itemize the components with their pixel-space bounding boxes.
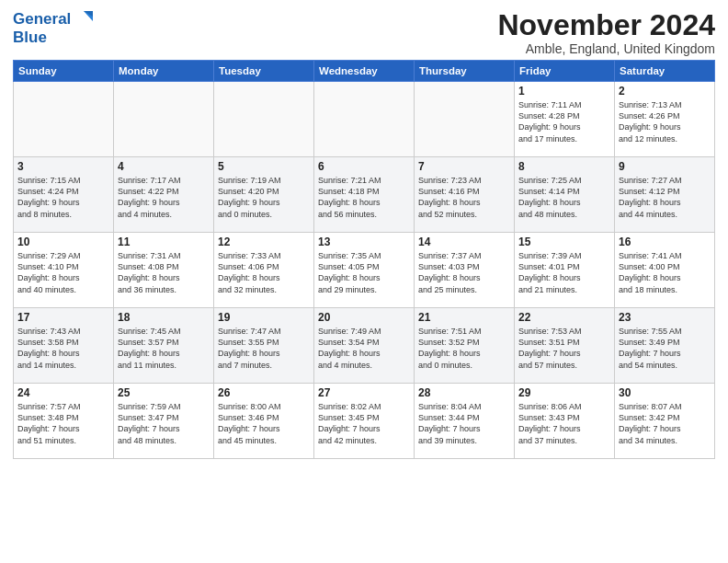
table-row: 10Sunrise: 7:29 AMSunset: 4:10 PMDayligh…	[14, 233, 114, 308]
table-row: 24Sunrise: 7:57 AMSunset: 3:48 PMDayligh…	[14, 384, 114, 459]
table-row: 7Sunrise: 7:23 AMSunset: 4:16 PMDaylight…	[415, 157, 515, 233]
day-number: 3	[17, 160, 109, 173]
day-number: 12	[218, 236, 310, 248]
table-row: 3Sunrise: 7:15 AMSunset: 4:24 PMDaylight…	[14, 157, 114, 233]
logo-icon	[73, 9, 93, 29]
table-row: 1Sunrise: 7:11 AMSunset: 4:28 PMDaylight…	[515, 82, 615, 157]
day-info: Sunrise: 8:06 AMSunset: 3:43 PMDaylight:…	[518, 401, 610, 446]
table-row: 14Sunrise: 7:37 AMSunset: 4:03 PMDayligh…	[415, 233, 515, 308]
table-row: 2Sunrise: 7:13 AMSunset: 4:26 PMDaylight…	[615, 82, 715, 157]
day-info: Sunrise: 7:25 AMSunset: 4:14 PMDaylight:…	[518, 175, 610, 220]
day-number: 4	[118, 160, 210, 173]
table-row: 17Sunrise: 7:43 AMSunset: 3:58 PMDayligh…	[14, 308, 114, 384]
day-number: 23	[619, 311, 711, 324]
logo-general: General	[13, 11, 71, 29]
day-info: Sunrise: 7:17 AMSunset: 4:22 PMDaylight:…	[118, 175, 210, 220]
table-row: 30Sunrise: 8:07 AMSunset: 3:42 PMDayligh…	[615, 384, 715, 459]
day-info: Sunrise: 7:31 AMSunset: 4:08 PMDaylight:…	[118, 250, 210, 295]
day-number: 15	[518, 236, 610, 248]
table-row: 23Sunrise: 7:55 AMSunset: 3:49 PMDayligh…	[615, 308, 715, 384]
table-row: 25Sunrise: 7:59 AMSunset: 3:47 PMDayligh…	[114, 384, 214, 459]
logo: General Blue	[13, 9, 93, 47]
day-number: 13	[318, 236, 410, 248]
day-number: 24	[17, 386, 109, 399]
day-number: 2	[619, 85, 711, 98]
table-row: 5Sunrise: 7:19 AMSunset: 4:20 PMDaylight…	[214, 157, 314, 233]
day-info: Sunrise: 7:57 AMSunset: 3:48 PMDaylight:…	[17, 401, 109, 446]
day-number: 5	[218, 160, 310, 173]
logo-blue: Blue	[13, 29, 47, 47]
day-info: Sunrise: 7:45 AMSunset: 3:57 PMDaylight:…	[118, 326, 210, 371]
day-info: Sunrise: 7:51 AMSunset: 3:52 PMDaylight:…	[418, 326, 510, 371]
day-info: Sunrise: 7:47 AMSunset: 3:55 PMDaylight:…	[218, 326, 310, 371]
table-row: 20Sunrise: 7:49 AMSunset: 3:54 PMDayligh…	[314, 308, 415, 384]
day-number: 22	[518, 311, 610, 324]
day-info: Sunrise: 7:27 AMSunset: 4:12 PMDaylight:…	[619, 175, 711, 220]
subtitle: Amble, England, United Kingdom	[497, 41, 715, 56]
day-info: Sunrise: 7:23 AMSunset: 4:16 PMDaylight:…	[418, 175, 510, 220]
calendar-header-row: Sunday Monday Tuesday Wednesday Thursday…	[14, 61, 715, 82]
table-row: 13Sunrise: 7:35 AMSunset: 4:05 PMDayligh…	[314, 233, 415, 308]
day-number: 17	[17, 311, 109, 324]
table-row: 8Sunrise: 7:25 AMSunset: 4:14 PMDaylight…	[515, 157, 615, 233]
col-friday: Friday	[515, 61, 615, 82]
day-info: Sunrise: 8:07 AMSunset: 3:42 PMDaylight:…	[619, 401, 711, 446]
col-monday: Monday	[114, 61, 214, 82]
day-info: Sunrise: 7:15 AMSunset: 4:24 PMDaylight:…	[17, 175, 109, 220]
calendar-week-row: 1Sunrise: 7:11 AMSunset: 4:28 PMDaylight…	[14, 82, 715, 157]
day-number: 7	[418, 160, 510, 173]
day-info: Sunrise: 7:55 AMSunset: 3:49 PMDaylight:…	[619, 326, 711, 371]
day-info: Sunrise: 7:39 AMSunset: 4:01 PMDaylight:…	[518, 250, 610, 295]
table-row: 18Sunrise: 7:45 AMSunset: 3:57 PMDayligh…	[114, 308, 214, 384]
table-row: 22Sunrise: 7:53 AMSunset: 3:51 PMDayligh…	[515, 308, 615, 384]
day-info: Sunrise: 7:53 AMSunset: 3:51 PMDaylight:…	[518, 326, 610, 371]
table-row: 26Sunrise: 8:00 AMSunset: 3:46 PMDayligh…	[214, 384, 314, 459]
day-info: Sunrise: 8:02 AMSunset: 3:45 PMDaylight:…	[318, 401, 410, 446]
day-number: 28	[418, 386, 510, 399]
day-number: 1	[518, 85, 610, 98]
table-row	[314, 82, 415, 157]
table-row	[114, 82, 214, 157]
table-row: 6Sunrise: 7:21 AMSunset: 4:18 PMDaylight…	[314, 157, 415, 233]
month-title: November 2024	[497, 9, 715, 41]
day-info: Sunrise: 7:41 AMSunset: 4:00 PMDaylight:…	[619, 250, 711, 295]
day-number: 19	[218, 311, 310, 324]
day-number: 16	[619, 236, 711, 248]
day-number: 10	[17, 236, 109, 248]
table-row: 19Sunrise: 7:47 AMSunset: 3:55 PMDayligh…	[214, 308, 314, 384]
col-sunday: Sunday	[14, 61, 114, 82]
table-row: 16Sunrise: 7:41 AMSunset: 4:00 PMDayligh…	[615, 233, 715, 308]
day-info: Sunrise: 7:43 AMSunset: 3:58 PMDaylight:…	[17, 326, 109, 371]
day-number: 20	[318, 311, 410, 324]
calendar: Sunday Monday Tuesday Wednesday Thursday…	[13, 60, 715, 459]
day-info: Sunrise: 7:19 AMSunset: 4:20 PMDaylight:…	[218, 175, 310, 220]
day-info: Sunrise: 7:37 AMSunset: 4:03 PMDaylight:…	[418, 250, 510, 295]
day-number: 27	[318, 386, 410, 399]
table-row: 11Sunrise: 7:31 AMSunset: 4:08 PMDayligh…	[114, 233, 214, 308]
table-row: 27Sunrise: 8:02 AMSunset: 3:45 PMDayligh…	[314, 384, 415, 459]
calendar-week-row: 17Sunrise: 7:43 AMSunset: 3:58 PMDayligh…	[14, 308, 715, 384]
day-info: Sunrise: 8:00 AMSunset: 3:46 PMDaylight:…	[218, 401, 310, 446]
table-row: 15Sunrise: 7:39 AMSunset: 4:01 PMDayligh…	[515, 233, 615, 308]
table-row	[214, 82, 314, 157]
day-number: 6	[318, 160, 410, 173]
day-number: 30	[619, 386, 711, 399]
day-info: Sunrise: 7:59 AMSunset: 3:47 PMDaylight:…	[118, 401, 210, 446]
col-thursday: Thursday	[415, 61, 515, 82]
table-row	[14, 82, 114, 157]
day-number: 8	[518, 160, 610, 173]
calendar-week-row: 24Sunrise: 7:57 AMSunset: 3:48 PMDayligh…	[14, 384, 715, 459]
day-info: Sunrise: 7:29 AMSunset: 4:10 PMDaylight:…	[17, 250, 109, 295]
title-block: November 2024 Amble, England, United Kin…	[497, 9, 715, 56]
calendar-week-row: 10Sunrise: 7:29 AMSunset: 4:10 PMDayligh…	[14, 233, 715, 308]
table-row: 21Sunrise: 7:51 AMSunset: 3:52 PMDayligh…	[415, 308, 515, 384]
table-row: 12Sunrise: 7:33 AMSunset: 4:06 PMDayligh…	[214, 233, 314, 308]
col-wednesday: Wednesday	[314, 61, 415, 82]
table-row: 29Sunrise: 8:06 AMSunset: 3:43 PMDayligh…	[515, 384, 615, 459]
table-row: 4Sunrise: 7:17 AMSunset: 4:22 PMDaylight…	[114, 157, 214, 233]
col-saturday: Saturday	[615, 61, 715, 82]
day-number: 14	[418, 236, 510, 248]
day-number: 26	[218, 386, 310, 399]
table-row	[415, 82, 515, 157]
day-info: Sunrise: 8:04 AMSunset: 3:44 PMDaylight:…	[418, 401, 510, 446]
